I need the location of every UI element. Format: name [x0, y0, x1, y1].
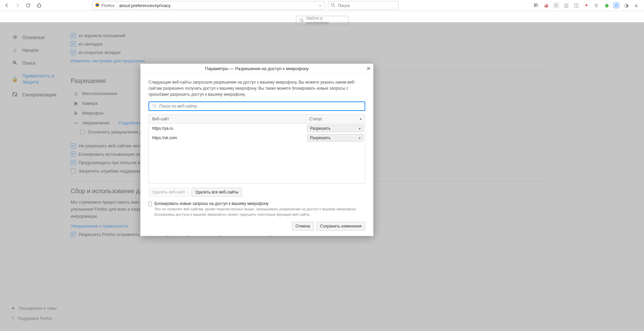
url-text: about:preferences#privacy	[117, 3, 316, 8]
ext-icon-2[interactable]: S	[553, 2, 559, 8]
col-status[interactable]: Статус▴	[306, 115, 365, 123]
firefox-icon	[95, 2, 100, 9]
site-cell: https://vk.com	[149, 136, 306, 140]
table-header: Веб-сайт Статус▴	[149, 115, 365, 124]
home-button[interactable]	[34, 1, 44, 10]
dialog-search-box[interactable]	[148, 101, 365, 111]
preferences-body: Найти в настройках ✲Основные ⌂Начало 🔍︎П…	[0, 11, 644, 331]
ext-icon-6[interactable]: ◉	[604, 2, 610, 8]
ext-icon-3[interactable]: ▥	[563, 2, 569, 8]
ext-icon-7[interactable]: O	[614, 3, 619, 8]
block-new-label: Блокировать новые запросы на доступ к ва…	[155, 201, 365, 206]
save-button[interactable]: Сохранить изменения	[316, 222, 365, 231]
dialog-description: Следующие веб-сайты запросили разрешение…	[148, 79, 365, 97]
remove-all-button[interactable]: Удалить все веб-сайты	[192, 188, 242, 197]
ext-icon-5[interactable]: ⛨	[594, 2, 600, 8]
svg-point-4	[300, 19, 303, 21]
library-icon[interactable]: Ⅲ\	[533, 2, 539, 8]
svg-line-7	[155, 107, 156, 108]
search-bar[interactable]	[328, 1, 399, 10]
sort-arrow-icon: ▴	[360, 117, 362, 120]
forward-button[interactable]	[13, 1, 22, 10]
dialog-header: Параметры — Разрешения на доступ к микро…	[140, 64, 373, 74]
url-bar[interactable]: Firefox about:preferences#privacy ☆	[92, 1, 325, 10]
permissions-table: Веб-сайт Статус▴ https://ya.ru Разрешить…	[148, 114, 365, 184]
ext-icon-8[interactable]: ◑	[623, 2, 629, 8]
site-cell: https://ya.ru	[149, 126, 306, 131]
search-icon	[152, 103, 157, 110]
svg-point-1	[96, 4, 99, 6]
sidebar-icon[interactable]: ◫	[573, 2, 579, 8]
ext-icon-4[interactable]: ✦	[583, 2, 589, 8]
block-new-desc: Это не позволит веб-сайтам, кроме перечи…	[155, 207, 365, 217]
table-row[interactable]: https://ya.ru Разрешить	[149, 124, 365, 133]
remove-site-button[interactable]: Удалить веб-сайт	[148, 188, 189, 197]
close-icon[interactable]: ✕	[366, 65, 371, 72]
block-new-checkbox[interactable]	[148, 201, 152, 206]
svg-point-6	[153, 104, 156, 107]
status-select[interactable]: Разрешить	[307, 125, 364, 132]
dialog-search-input[interactable]	[159, 104, 362, 109]
menu-icon[interactable]: ≡	[633, 2, 639, 8]
svg-point-2	[331, 3, 334, 6]
back-button[interactable]	[2, 1, 11, 10]
svg-line-5	[302, 21, 303, 22]
url-identity-box[interactable]: Firefox	[93, 1, 117, 9]
table-row[interactable]: https://vk.com Разрешить	[149, 133, 365, 143]
col-website[interactable]: Веб-сайт	[149, 115, 306, 123]
browser-toolbar: Firefox about:preferences#privacy ☆ Ⅲ\ ◕…	[0, 0, 644, 11]
svg-line-3	[334, 6, 335, 7]
reload-button[interactable]	[24, 1, 33, 10]
cancel-button[interactable]: Отмена	[292, 222, 314, 231]
table-body: https://ya.ru Разрешить https://vk.com Р…	[149, 124, 365, 183]
search-icon	[330, 2, 336, 9]
ext-icon-1[interactable]: ◕	[543, 2, 549, 8]
search-input[interactable]	[338, 3, 396, 8]
identity-label: Firefox	[101, 3, 115, 8]
dialog-title: Параметры — Разрешения на доступ к микро…	[205, 66, 309, 71]
bookmark-star-icon[interactable]: ☆	[316, 3, 324, 8]
toolbar-extension-icons: Ⅲ\ ◕ S ▥ ◫ ✦ ⛨ ◉ O ◑ ≡	[533, 2, 639, 8]
status-select[interactable]: Разрешить	[307, 134, 364, 142]
permissions-dialog: Параметры — Разрешения на доступ к микро…	[140, 64, 373, 236]
